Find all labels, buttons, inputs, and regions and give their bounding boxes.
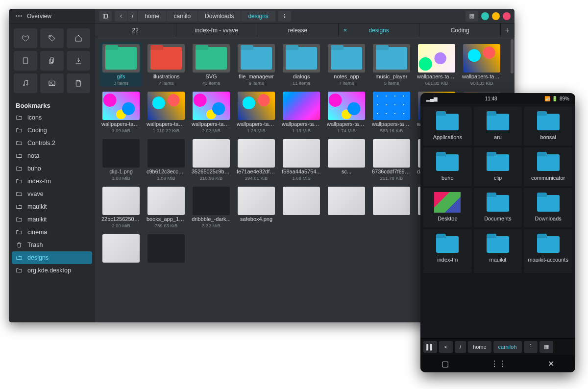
mobile-item-aru[interactable]: aru bbox=[474, 107, 522, 146]
mobile-item-bonsai[interactable]: bonsai bbox=[524, 107, 572, 146]
mobile-grid-scroll[interactable]: Applicationsarubonsaibuhoclipcommunicato… bbox=[420, 104, 575, 338]
mobile-item-documents[interactable]: Documents bbox=[474, 188, 522, 227]
bookmark-coding[interactable]: Coding bbox=[9, 124, 95, 137]
breadcrumb-Downloads[interactable]: Downloads bbox=[198, 11, 241, 22]
file-item[interactable]: books_app_19...789.63 KiB bbox=[145, 185, 187, 229]
file-item[interactable] bbox=[370, 185, 413, 229]
tab-22[interactable]: 22 bbox=[95, 24, 176, 37]
file-item[interactable]: fe71ae4e32dfb...294.81 KiB bbox=[235, 137, 277, 182]
scrollbar[interactable] bbox=[511, 39, 514, 73]
back-button[interactable] bbox=[115, 11, 127, 22]
new-tab-button[interactable]: + bbox=[501, 24, 514, 37]
bookmark-org.kde.desktop[interactable]: org.kde.desktop bbox=[9, 264, 95, 277]
bookmark-mauikit[interactable]: mauikit bbox=[9, 213, 95, 226]
mobile-nav-home[interactable]: ⋮⋮ bbox=[490, 359, 506, 368]
view-mode-button[interactable] bbox=[466, 11, 478, 22]
file-item[interactable]: 6736cddf7f69b...211.78 KiB bbox=[370, 137, 413, 182]
file-meta: 1.88 MiB bbox=[112, 175, 130, 181]
menu-button[interactable] bbox=[278, 11, 291, 22]
breadcrumb-root[interactable]: / bbox=[128, 11, 137, 22]
mobile-nav-close[interactable]: ✕ bbox=[548, 359, 554, 368]
mobile-item-downloads[interactable]: Downloads bbox=[524, 188, 572, 227]
breadcrumb-home[interactable]: home bbox=[138, 11, 166, 22]
file-item[interactable]: wallpapers-tab...2.02 MiB bbox=[190, 90, 232, 134]
sidebar-toggle-button[interactable] bbox=[99, 11, 112, 22]
mobile-item-desktop[interactable]: Desktop bbox=[423, 188, 472, 227]
file-item[interactable] bbox=[100, 232, 142, 266]
home-button[interactable] bbox=[67, 28, 90, 48]
file-item[interactable] bbox=[280, 185, 322, 229]
file-item[interactable]: SVG43 items bbox=[190, 42, 232, 87]
file-item[interactable]: sc... bbox=[325, 137, 368, 182]
mobile-nav-recents[interactable]: ▢ bbox=[441, 359, 449, 368]
mobile-item-clip[interactable]: clip bbox=[474, 147, 522, 186]
mobile-crumb-root[interactable]: / bbox=[455, 341, 466, 353]
file-item[interactable]: 35265025c9bb...210.56 KiB bbox=[190, 137, 232, 182]
mobile-back-button[interactable]: < bbox=[439, 341, 453, 353]
music-button[interactable] bbox=[14, 73, 37, 93]
file-item[interactable]: wallpapers-tab...1,019.22 KiB bbox=[145, 90, 187, 134]
svg-point-7 bbox=[50, 82, 52, 83]
bookmark-controls.2[interactable]: Controls.2 bbox=[9, 137, 95, 149]
mobile-item-communicator[interactable]: communicator bbox=[524, 147, 572, 186]
mobile-item-applications[interactable]: Applications bbox=[423, 107, 472, 146]
file-item[interactable]: dribbble_-dark...3.32 MiB bbox=[190, 185, 232, 229]
file-item[interactable] bbox=[145, 232, 187, 266]
file-item[interactable]: wallpapers-tab...908.33 KiB bbox=[461, 42, 503, 87]
bookmark-trash[interactable]: Trash bbox=[9, 239, 95, 251]
mobile-crumb-home[interactable]: home bbox=[468, 341, 491, 353]
tags-button[interactable] bbox=[40, 28, 64, 48]
save-button[interactable] bbox=[67, 73, 90, 93]
tab-release[interactable]: release bbox=[257, 24, 339, 37]
file-item[interactable]: 22bc12562509...2.00 MiB bbox=[100, 185, 142, 229]
tab-close-icon[interactable]: × bbox=[343, 26, 347, 34]
downloads-button[interactable] bbox=[67, 51, 90, 71]
file-item[interactable]: dialogs11 items bbox=[280, 42, 322, 87]
bookmark-nota[interactable]: nota bbox=[9, 149, 95, 162]
file-item[interactable]: wallpapers-tab...1.74 MiB bbox=[325, 90, 368, 134]
svg-point-13 bbox=[284, 17, 285, 18]
tab-designs[interactable]: ×designs bbox=[339, 24, 420, 37]
file-item[interactable]: wallpapers-tab...583.16 KiB bbox=[370, 90, 413, 134]
file-item[interactable]: music_player5 items bbox=[370, 42, 413, 87]
mobile-menu-button[interactable]: ⋮ bbox=[524, 341, 538, 353]
bookmark-mauikit[interactable]: mauikit bbox=[9, 200, 95, 213]
mobile-item-mauikit-accounts[interactable]: mauikit-accounts bbox=[524, 229, 572, 268]
breadcrumb-camilo[interactable]: camilo bbox=[167, 11, 197, 22]
bookmark-index-fm[interactable]: index-fm bbox=[9, 175, 95, 188]
file-item[interactable]: file_managewr9 items bbox=[235, 42, 277, 87]
bookmark-vvave[interactable]: vvave bbox=[9, 188, 95, 200]
tab-index-fm-vvave[interactable]: index-fm - vvave bbox=[176, 24, 258, 37]
copy-button[interactable] bbox=[40, 51, 64, 71]
bookmark-designs[interactable]: designs bbox=[12, 251, 92, 264]
favorites-button[interactable] bbox=[14, 28, 37, 48]
file-item[interactable]: illustrations7 items bbox=[145, 42, 187, 87]
file-item[interactable]: wallpapers-tab...1.13 MiB bbox=[280, 90, 322, 134]
file-item[interactable]: wallpapers-tab...1.26 MiB bbox=[235, 90, 277, 134]
file-item[interactable]: gifs3 items bbox=[100, 42, 142, 87]
tablet-button[interactable] bbox=[14, 51, 37, 71]
mobile-sidebar-button[interactable]: ▌▌ bbox=[423, 341, 437, 353]
bookmark-cinema[interactable]: cinema bbox=[9, 226, 95, 239]
file-item[interactable]: wallpapers-tab...1.09 MiB bbox=[100, 90, 142, 134]
mobile-item-index-fm[interactable]: index-fm bbox=[423, 229, 472, 268]
file-item[interactable]: c9b612c3ecc3c...1.08 MiB bbox=[145, 137, 187, 182]
mobile-item-mauikit[interactable]: mauikit bbox=[474, 229, 522, 268]
tab-coding[interactable]: Coding bbox=[419, 24, 501, 37]
file-item[interactable] bbox=[325, 185, 368, 229]
mobile-crumb-user[interactable]: camiloh bbox=[493, 341, 522, 353]
file-item[interactable]: notes_app7 items bbox=[325, 42, 368, 87]
file-item[interactable]: safebox4.png bbox=[235, 185, 277, 229]
file-item[interactable]: wallpapers-tab...661.82 KiB bbox=[416, 42, 458, 87]
maximize-button[interactable] bbox=[492, 12, 500, 20]
mobile-item-buho[interactable]: buho bbox=[423, 147, 472, 186]
pictures-button[interactable] bbox=[40, 73, 64, 93]
mobile-view-button[interactable]: ▦ bbox=[539, 341, 553, 353]
close-button[interactable] bbox=[503, 12, 511, 20]
file-item[interactable]: f58aa44a5754...1.68 MiB bbox=[280, 137, 322, 182]
breadcrumb-designs[interactable]: designs bbox=[241, 11, 275, 22]
bookmark-buho[interactable]: buho bbox=[9, 162, 95, 175]
bookmark-icons[interactable]: icons bbox=[9, 111, 95, 124]
minimize-button[interactable] bbox=[481, 12, 489, 20]
file-item[interactable]: clip-1.png1.88 MiB bbox=[100, 137, 142, 182]
